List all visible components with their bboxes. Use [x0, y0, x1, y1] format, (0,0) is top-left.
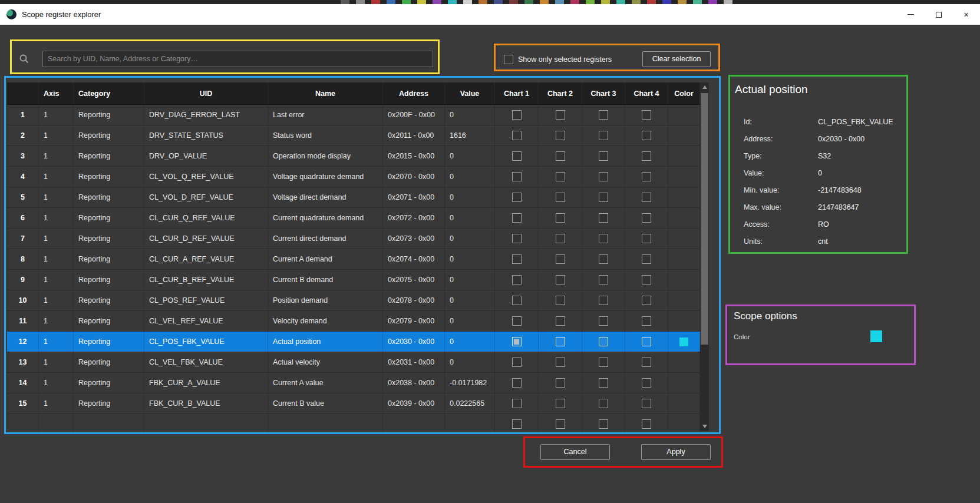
minimize-button[interactable]	[897, 4, 925, 25]
chart-2-checkbox[interactable]	[556, 296, 565, 305]
chart-3-checkbox[interactable]	[599, 399, 608, 408]
chart-2-checkbox[interactable]	[556, 316, 565, 326]
clear-selection-button[interactable]: Clear selection	[642, 51, 711, 67]
column-header-value[interactable]: Value	[445, 82, 495, 104]
chart-1-checkbox[interactable]	[512, 131, 522, 140]
chart-4-checkbox[interactable]	[642, 275, 651, 284]
chart-4-checkbox[interactable]	[642, 151, 651, 161]
table-row[interactable]: 121ReportingCL_POS_FBK_VALUEActual posit…	[7, 332, 700, 352]
chart-3-checkbox[interactable]	[599, 337, 608, 346]
search-input[interactable]	[42, 51, 433, 67]
table-row[interactable]: 61ReportingCL_CUR_Q_REF_VALUECurrent qua…	[7, 208, 700, 229]
chart-1-checkbox[interactable]	[512, 254, 522, 264]
chart-2-checkbox[interactable]	[556, 358, 565, 367]
table-row[interactable]: 31ReportingDRV_OP_VALUEOperation mode di…	[7, 146, 700, 167]
chart-4-checkbox[interactable]	[642, 399, 651, 408]
chart-2-checkbox[interactable]	[556, 275, 565, 284]
scroll-up-button[interactable]	[700, 82, 709, 92]
chart-3-checkbox[interactable]	[599, 110, 608, 120]
column-header-axis[interactable]: Axis	[39, 82, 74, 104]
table-row[interactable]: 151ReportingFBK_CUR_B_VALUECurrent B val…	[7, 393, 700, 414]
chart-2-checkbox[interactable]	[556, 254, 565, 264]
chart-4-checkbox[interactable]	[642, 213, 651, 223]
chart-1-checkbox[interactable]	[512, 213, 522, 223]
table-row[interactable]: 81ReportingCL_CUR_A_REF_VALUECurrent A d…	[7, 249, 700, 270]
chart-4-checkbox[interactable]	[642, 234, 651, 243]
chart-1-checkbox[interactable]	[512, 296, 522, 305]
chart-2-checkbox[interactable]	[556, 172, 565, 181]
chart-3-checkbox[interactable]	[599, 316, 608, 326]
chart-3-checkbox[interactable]	[599, 358, 608, 367]
chart-3-checkbox[interactable]	[599, 193, 608, 202]
table-row[interactable]: 111ReportingCL_VEL_REF_VALUEVelocity dem…	[7, 311, 700, 332]
column-header-name[interactable]: Name	[268, 82, 383, 104]
chart-4-checkbox[interactable]	[642, 316, 651, 326]
apply-button[interactable]: Apply	[641, 444, 711, 460]
table-row[interactable]: 101ReportingCL_POS_REF_VALUEPosition dem…	[7, 290, 700, 311]
column-header-chart-2[interactable]: Chart 2	[539, 82, 582, 104]
chart-2-checkbox[interactable]	[556, 419, 565, 429]
table-row[interactable]	[7, 414, 700, 431]
chart-2-checkbox[interactable]	[556, 110, 565, 120]
table-row[interactable]: 91ReportingCL_CUR_B_REF_VALUECurrent B d…	[7, 270, 700, 290]
chart-1-checkbox[interactable]	[512, 378, 522, 388]
chart-4-checkbox[interactable]	[642, 378, 651, 388]
row-color-swatch[interactable]	[679, 337, 688, 346]
chart-4-checkbox[interactable]	[642, 254, 651, 264]
scroll-down-button[interactable]	[700, 422, 709, 431]
chart-4-checkbox[interactable]	[642, 358, 651, 367]
chart-4-checkbox[interactable]	[642, 131, 651, 140]
scope-color-swatch[interactable]	[870, 330, 882, 342]
chart-4-checkbox[interactable]	[642, 419, 651, 429]
chart-1-checkbox[interactable]	[512, 234, 522, 243]
column-header-rownum[interactable]	[7, 82, 39, 104]
chart-4-checkbox[interactable]	[642, 296, 651, 305]
table-row[interactable]: 141ReportingFBK_CUR_A_VALUECurrent A val…	[7, 373, 700, 393]
column-header-category[interactable]: Category	[74, 82, 144, 104]
chart-3-checkbox[interactable]	[599, 131, 608, 140]
maximize-button[interactable]	[925, 4, 952, 25]
chart-2-checkbox[interactable]	[556, 131, 565, 140]
chart-1-checkbox[interactable]	[512, 110, 522, 120]
chart-1-checkbox[interactable]	[512, 316, 522, 326]
column-header-chart-4[interactable]: Chart 4	[625, 82, 668, 104]
chart-3-checkbox[interactable]	[599, 234, 608, 243]
chart-1-checkbox[interactable]	[512, 399, 522, 408]
column-header-address[interactable]: Address	[383, 82, 445, 104]
column-header-chart-1[interactable]: Chart 1	[495, 82, 539, 104]
chart-1-checkbox[interactable]	[512, 193, 522, 202]
chart-2-checkbox[interactable]	[556, 378, 565, 388]
chart-4-checkbox[interactable]	[642, 193, 651, 202]
chart-3-checkbox[interactable]	[599, 296, 608, 305]
chart-1-checkbox[interactable]	[512, 337, 522, 346]
chart-3-checkbox[interactable]	[599, 172, 608, 181]
column-header-color[interactable]: Color	[668, 82, 700, 104]
chart-3-checkbox[interactable]	[599, 275, 608, 284]
chart-3-checkbox[interactable]	[599, 419, 608, 429]
chart-1-checkbox[interactable]	[512, 275, 522, 284]
chart-3-checkbox[interactable]	[599, 213, 608, 223]
chart-4-checkbox[interactable]	[642, 110, 651, 120]
chart-2-checkbox[interactable]	[556, 399, 565, 408]
table-row[interactable]: 51ReportingCL_VOL_D_REF_VALUEVoltage dir…	[7, 187, 700, 208]
column-header-chart-3[interactable]: Chart 3	[582, 82, 625, 104]
column-header-uid[interactable]: UID	[144, 82, 268, 104]
chart-3-checkbox[interactable]	[599, 151, 608, 161]
table-row[interactable]: 41ReportingCL_VOL_Q_REF_VALUEVoltage qua…	[7, 167, 700, 187]
chart-2-checkbox[interactable]	[556, 193, 565, 202]
chart-2-checkbox[interactable]	[556, 234, 565, 243]
table-row[interactable]: 131ReportingCL_VEL_FBK_VALUEActual veloc…	[7, 352, 700, 373]
scrollbar-thumb[interactable]	[701, 93, 708, 345]
vertical-scrollbar[interactable]	[700, 82, 709, 431]
table-row[interactable]: 11ReportingDRV_DIAG_ERROR_LASTLast error…	[7, 105, 700, 125]
chart-1-checkbox[interactable]	[512, 151, 522, 161]
chart-2-checkbox[interactable]	[556, 151, 565, 161]
close-button[interactable]: ×	[952, 4, 980, 25]
show-only-selected-checkbox[interactable]	[504, 55, 513, 64]
chart-3-checkbox[interactable]	[599, 254, 608, 264]
chart-3-checkbox[interactable]	[599, 378, 608, 388]
chart-2-checkbox[interactable]	[556, 213, 565, 223]
table-row[interactable]: 71ReportingCL_CUR_D_REF_VALUECurrent dir…	[7, 229, 700, 249]
chart-4-checkbox[interactable]	[642, 172, 651, 181]
cancel-button[interactable]: Cancel	[540, 444, 610, 460]
